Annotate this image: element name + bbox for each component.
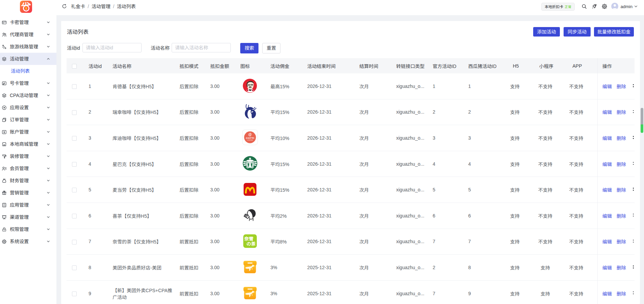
svg-text:@: @ — [248, 133, 252, 136]
svg-text:¥: ¥ — [25, 6, 27, 11]
svg-text:COFFEE: COFFEE — [247, 140, 253, 141]
svg-text:COTTI: COTTI — [246, 137, 254, 140]
svg-text:の茶: の茶 — [246, 240, 256, 247]
